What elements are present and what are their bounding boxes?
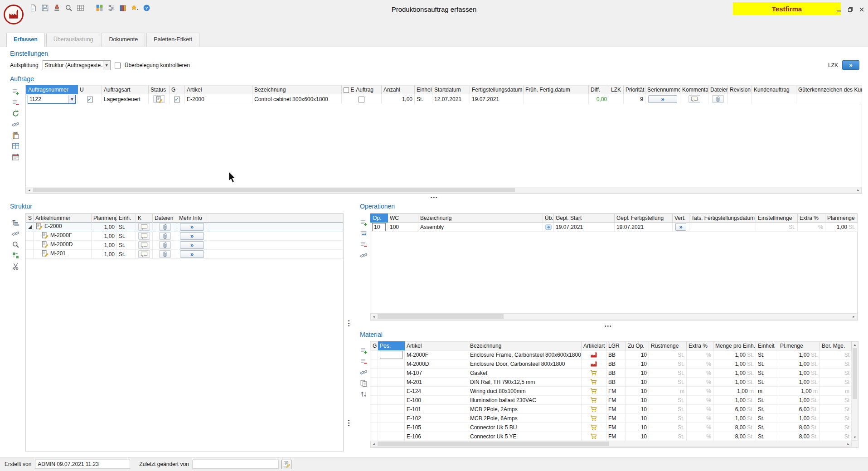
- material-col-header[interactable]: Extra %: [687, 341, 713, 350]
- scroll-right-arrow-icon[interactable]: ►: [851, 314, 857, 319]
- tab-paletten-etikett[interactable]: Paletten-Etikett: [146, 33, 199, 47]
- calendar-icon[interactable]: [11, 153, 20, 161]
- edit-history-button[interactable]: [281, 460, 291, 469]
- auftraege-col-header[interactable]: Bezeichnung: [252, 85, 342, 94]
- add-row-icon[interactable]: [11, 87, 20, 96]
- material-row[interactable]: M-2000FEnclosure Frame, Carbonsteel 800x…: [370, 350, 852, 359]
- auftraege-col-header[interactable]: Priorität: [624, 85, 645, 94]
- auftraege-col-header[interactable]: Revision: [728, 85, 752, 94]
- material-col-header[interactable]: Artikelart: [582, 341, 606, 350]
- material-col-header[interactable]: Einheit: [756, 341, 778, 350]
- e-auftrag-checkbox[interactable]: [359, 97, 364, 102]
- link-icon[interactable]: [359, 251, 368, 260]
- operationen-col-header[interactable]: Üb.: [543, 214, 554, 223]
- remove-row-icon[interactable]: [11, 98, 20, 107]
- ueberlappung-icon[interactable]: [545, 223, 552, 231]
- remove-row-icon[interactable]: [359, 357, 368, 366]
- material-row[interactable]: E-101MCB 2Pole, 2AmpsFM10St.%6,00 St.St.…: [370, 405, 852, 414]
- material-col-header[interactable]: Menge pro Einh.: [713, 341, 756, 350]
- copy-icon[interactable]: [359, 379, 368, 388]
- auftraege-col-header[interactable]: Früh. Fertig.datum: [524, 85, 589, 94]
- material-hscrollbar[interactable]: ◄ ►: [370, 441, 852, 447]
- paste-icon[interactable]: [11, 131, 20, 140]
- material-vscrollbar[interactable]: ▲ ▼: [852, 341, 858, 441]
- scroll-left-arrow-icon[interactable]: ◄: [371, 314, 377, 319]
- material-hscroll-thumb[interactable]: [378, 442, 609, 446]
- auftraege-col-header[interactable]: Einheit: [415, 85, 432, 94]
- operationen-hscrollbar[interactable]: ◄ ►: [370, 313, 857, 320]
- operationen-col-header[interactable]: Extra %: [798, 214, 825, 223]
- tab-dokumente[interactable]: Dokumente: [102, 33, 145, 47]
- auftraege-col-header[interactable]: Startdatum: [432, 85, 470, 94]
- auftraege-col-header[interactable]: Kundenauftrag: [752, 85, 796, 94]
- horizontal-splitter-2[interactable]: •••: [605, 324, 612, 329]
- operationen-col-header[interactable]: Gepl. Start: [554, 214, 615, 223]
- material-row[interactable]: M-201DIN Rail, TH 790x12,5 mmBB10St.%1,0…: [370, 378, 852, 387]
- close-button[interactable]: [858, 6, 865, 13]
- auftraege-hscroll-thumb[interactable]: [33, 188, 515, 192]
- auftraege-col-header[interactable]: Güterkennzeichen des Kunde: [796, 85, 862, 94]
- link-icon[interactable]: [11, 120, 20, 129]
- material-row[interactable]: E-124Wiring duct 80x100mmFM10m%1,00 mm1,…: [370, 387, 852, 396]
- auftraege-col-header[interactable]: Dateien: [708, 85, 728, 94]
- auftraege-col-header[interactable]: U: [78, 85, 102, 94]
- material-row[interactable]: E-106Connector Uk 5 YEFM10St.%8,00 St.St…: [370, 432, 852, 441]
- sort-icon[interactable]: [359, 390, 368, 398]
- struktur-row[interactable]: M-2011,00St.»: [26, 250, 343, 259]
- material-col-header[interactable]: Pl.menge: [778, 341, 820, 350]
- operationen-col-header[interactable]: Bezeichnung: [418, 214, 543, 223]
- operationen-col-header[interactable]: Planmenge: [825, 214, 858, 223]
- operationen-hscroll-thumb[interactable]: [378, 314, 504, 319]
- op-editor[interactable]: 10: [372, 223, 386, 231]
- auftraege-col-header[interactable]: Auftragsart: [102, 85, 149, 94]
- link-icon[interactable]: [359, 368, 368, 377]
- struktur-row[interactable]: M-2000F1,00St.»: [26, 232, 343, 241]
- add-row-icon[interactable]: [359, 219, 368, 227]
- auftraege-col-header[interactable]: Fertigstellungsdatum: [470, 85, 524, 94]
- restore-button[interactable]: [847, 6, 853, 13]
- operationen-col-header[interactable]: Op.: [370, 214, 388, 223]
- operationen-col-header[interactable]: Tats. Fertigstellungsdatum: [689, 214, 756, 223]
- auftraege-col-header[interactable]: Anzahl: [382, 85, 415, 94]
- auftragsnummer-editor[interactable]: 1122▼: [28, 95, 76, 104]
- u-checkbox[interactable]: [87, 97, 93, 102]
- auftraege-hscrollbar[interactable]: ◄ ►: [26, 187, 862, 193]
- verteilung-button[interactable]: »: [675, 223, 686, 231]
- operationen-col-header[interactable]: WC: [388, 214, 418, 223]
- add-row-icon[interactable]: [359, 346, 368, 355]
- scroll-left-arrow-ic[interactable]: ◄: [371, 441, 377, 447]
- material-col-header[interactable]: Artikel: [405, 341, 468, 350]
- auftraege-col-header[interactable]: LZK: [609, 85, 624, 94]
- bom-explode-icon[interactable]: [11, 251, 20, 260]
- struktur-dateien-button[interactable]: [159, 223, 171, 231]
- material-col-header[interactable]: Ber. Mge.: [820, 341, 852, 350]
- struktur-kommentar-button[interactable]: [138, 250, 150, 258]
- struktur-row[interactable]: E-20001,00St.»: [26, 223, 343, 232]
- ueberbelegung-checkbox[interactable]: [115, 63, 121, 68]
- search-icon[interactable]: [11, 240, 20, 249]
- cut-icon[interactable]: [11, 262, 20, 271]
- material-row[interactable]: E-102MCB 2Pole, 6AmpsFM10St.%1,00 St.St.…: [370, 414, 852, 423]
- scroll-down-arrow-icon[interactable]: ▼: [852, 434, 858, 440]
- struktur-kommentar-button[interactable]: [138, 232, 150, 240]
- lzk-expand-button[interactable]: »: [842, 60, 859, 70]
- struktur-col-header[interactable]: Artikelnummer: [34, 214, 92, 223]
- struktur-mehr-info-button[interactable]: »: [180, 232, 204, 240]
- struktur-col-header[interactable]: Einh.: [117, 214, 136, 223]
- material-col-header[interactable]: G: [370, 341, 378, 350]
- pos-editor[interactable]: [380, 351, 402, 359]
- refresh-icon[interactable]: [11, 109, 20, 118]
- material-col-header[interactable]: LGR: [606, 341, 626, 350]
- auftraege-col-header[interactable]: G: [170, 85, 185, 94]
- material-col-header[interactable]: Pos.: [378, 341, 405, 350]
- scroll-right-arrow-icon[interactable]: ►: [845, 441, 851, 447]
- e-auftrag-header-checkbox[interactable]: [344, 87, 349, 93]
- material-col-header[interactable]: Bezeichnung: [468, 341, 582, 350]
- minimize-button[interactable]: [835, 6, 842, 13]
- material-vscroll-thumb[interactable]: [853, 348, 857, 399]
- tab-erfassen[interactable]: Erfassen: [6, 33, 45, 47]
- seriennummer-button[interactable]: »: [648, 95, 677, 103]
- material-col-header[interactable]: Rüstmenge: [649, 341, 687, 350]
- struktur-mehr-info-button[interactable]: »: [180, 223, 204, 231]
- operationen-col-header[interactable]: Gepl. Fertigstellung: [615, 214, 673, 223]
